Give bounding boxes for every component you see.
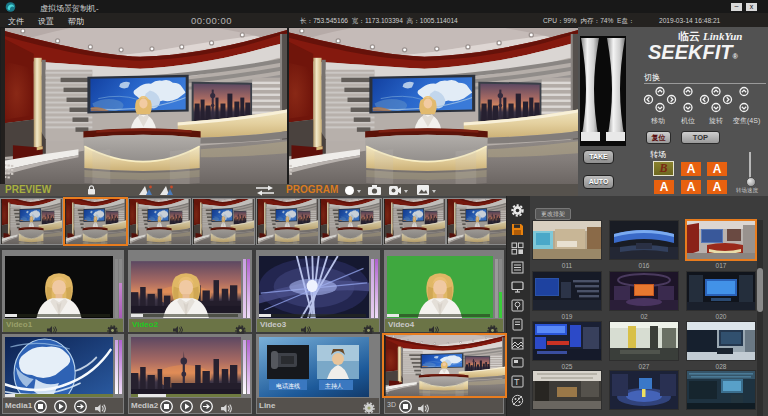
svg-text:T: T	[514, 377, 520, 387]
svg-text:电话连线: 电话连线	[276, 383, 300, 390]
svg-text:主持人: 主持人	[325, 382, 343, 390]
